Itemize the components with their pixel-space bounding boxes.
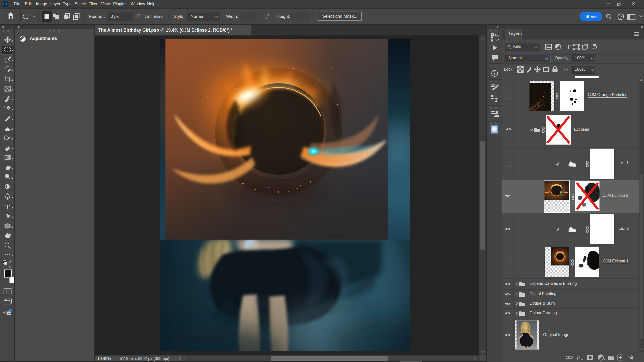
svg-text:?: ? xyxy=(620,15,622,19)
svg-text:T: T xyxy=(5,203,10,210)
svg-text:T: T xyxy=(567,43,571,50)
svg-text:fx: fx xyxy=(577,354,581,360)
